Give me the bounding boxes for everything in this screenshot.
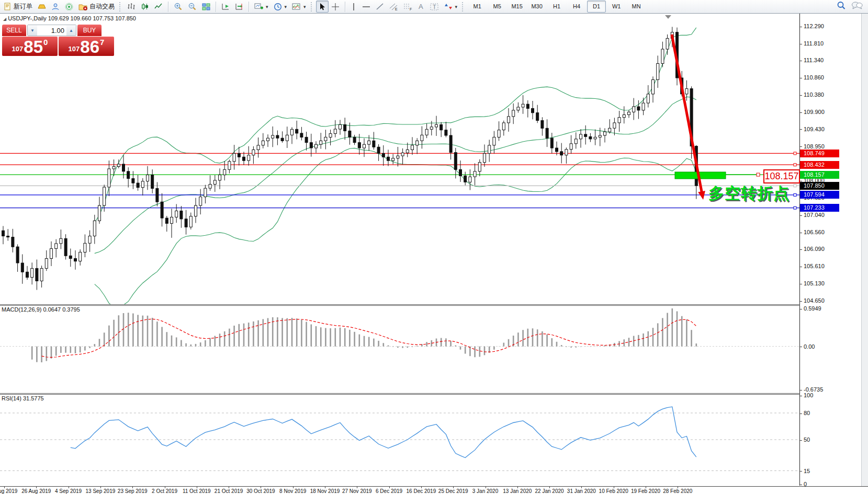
indicators-dropdown[interactable]: ▾ <box>303 4 306 9</box>
main-pane[interactable] <box>0 15 799 308</box>
hline-anchor[interactable] <box>794 152 796 155</box>
collapse-triangle-icon[interactable]: ◢ <box>3 17 6 21</box>
price-callout-108157[interactable]: 108.157 <box>763 169 800 183</box>
zoom-out-button[interactable] <box>185 1 199 13</box>
buy-price-button[interactable]: 107 86 7 <box>59 37 114 56</box>
bar-chart-button[interactable] <box>125 1 138 13</box>
new-order-button[interactable]: 新订单 <box>1 1 35 13</box>
chat-icon[interactable] <box>851 1 863 12</box>
trendline-tool[interactable] <box>373 1 387 13</box>
new-order-label: 新订单 <box>14 2 32 11</box>
chart-end-marker[interactable] <box>665 15 671 19</box>
indicators-button[interactable]: ▾ <box>289 1 309 13</box>
pane-separator-1b[interactable] <box>0 305 868 306</box>
trend-arrow[interactable] <box>672 35 702 194</box>
toolbar-drag-handle[interactable] <box>119 2 122 12</box>
callout-anchor[interactable] <box>757 173 760 176</box>
svg-text:E: E <box>395 7 398 11</box>
pane-separator-2b[interactable] <box>0 394 868 395</box>
bollinger-middle-band[interactable] <box>95 97 696 253</box>
search-icon[interactable] <box>837 1 846 12</box>
price-label-108.157: 108.157 <box>800 171 839 179</box>
timeframe-MN[interactable]: MN <box>627 1 646 13</box>
person-icon <box>51 3 60 10</box>
fibonacci-tool[interactable]: F <box>401 1 415 13</box>
cursor-tool-button[interactable] <box>316 1 329 13</box>
time-label: 13 Jan 2020 <box>503 488 532 494</box>
signals-button[interactable] <box>62 1 76 13</box>
equidistant-channel-icon: E <box>389 3 398 11</box>
hline-anchor[interactable] <box>794 206 796 209</box>
volume-value[interactable]: 1.00 <box>37 25 66 36</box>
equidistant-channel-tool[interactable]: E <box>387 1 401 13</box>
timeframe-M15[interactable]: M15 <box>508 1 526 13</box>
price-axis[interactable]: 112.290111.810111.340110.860110.380109.9… <box>800 14 861 486</box>
text-tool[interactable]: A <box>415 1 427 13</box>
buy-button[interactable]: BUY <box>77 25 102 36</box>
timeframe-H4[interactable]: H4 <box>567 1 586 13</box>
horizontal-line-icon <box>362 3 370 10</box>
macd-pane[interactable] <box>0 308 799 362</box>
text-label-tool[interactable]: T <box>427 1 442 13</box>
zoom-in-button[interactable] <box>171 1 185 13</box>
accounts-button[interactable] <box>49 1 62 13</box>
turning-point-annotation[interactable]: 多空转折点 <box>708 183 790 204</box>
price-tick: 109.430 <box>800 125 825 133</box>
bollinger-lower-band[interactable] <box>95 148 696 308</box>
time-axis[interactable]: 5 Aug 201926 Aug 20194 Sep 201913 Sep 20… <box>0 486 868 494</box>
svg-text:A: A <box>419 3 423 10</box>
timeframe-M5[interactable]: M5 <box>488 1 506 13</box>
price-tick: 106.090 <box>800 245 825 252</box>
autotrade-button[interactable]: 自动交易 <box>76 1 117 13</box>
crosshair-tool-button[interactable] <box>329 1 342 13</box>
price-tick: 105.610 <box>800 262 825 270</box>
price-chart-canvas[interactable] <box>0 14 799 486</box>
chart-shift-button[interactable] <box>232 1 246 13</box>
vertical-line-tool[interactable] <box>348 1 359 13</box>
signal-icon <box>65 3 73 10</box>
macd-tick: 0.5949 <box>800 305 821 312</box>
periods-dropdown[interactable]: ▾ <box>285 4 287 9</box>
auto-scroll-button[interactable] <box>219 1 232 13</box>
toolbar-group-trade: 新订单 自动交易 <box>0 0 118 13</box>
candlestick-chart-button[interactable] <box>138 1 152 13</box>
auto-scroll-icon <box>221 3 230 10</box>
timeframe-M30[interactable]: M30 <box>527 1 546 13</box>
buy-price-prefix: 107 <box>69 45 80 53</box>
volume-decrease-button[interactable]: ▼ <box>28 25 37 36</box>
timeframe-H1[interactable]: H1 <box>547 1 566 13</box>
hline-anchor[interactable] <box>794 193 796 196</box>
rsi-pane[interactable] <box>0 407 799 470</box>
arrows-dropdown[interactable]: ▾ <box>455 4 458 9</box>
arrows-tool[interactable]: ▾ <box>442 1 460 13</box>
pane-separator-2[interactable] <box>0 393 868 394</box>
deposit-button[interactable] <box>35 1 49 13</box>
sell-price-button[interactable]: 107 85 0 <box>2 37 58 56</box>
price-label-107.850: 107.850 <box>800 182 839 190</box>
price-tick: 109.900 <box>800 108 825 116</box>
volume-increase-button[interactable]: ▲ <box>66 25 76 36</box>
hline-anchor[interactable] <box>794 185 796 187</box>
new-chart-dropdown[interactable]: ▾ <box>266 4 268 9</box>
line-chart-button[interactable] <box>152 1 165 13</box>
pane-separator-1[interactable] <box>0 304 868 305</box>
timeframe-D1[interactable]: D1 <box>587 1 606 13</box>
toolbar: 新订单 自动交易 <box>0 0 868 14</box>
tile-windows-button[interactable] <box>199 1 213 13</box>
price-tick: 110.860 <box>800 74 824 81</box>
toolbar-drag-handle2[interactable] <box>311 2 314 12</box>
vertical-line-icon <box>351 3 357 11</box>
new-chart-button[interactable]: ▾ <box>252 1 271 13</box>
arrows-icon <box>444 3 453 10</box>
horizontal-line-tool[interactable] <box>359 1 373 13</box>
timeframe-M1[interactable]: M1 <box>468 1 487 13</box>
autotrade-label: 自动交易 <box>89 2 115 11</box>
time-label: 26 Aug 2019 <box>21 488 51 494</box>
periods-button[interactable]: ▾ <box>271 1 290 13</box>
hline-anchor[interactable] <box>794 164 796 166</box>
timeframe-W1[interactable]: W1 <box>607 1 626 13</box>
toolbar-drag-handle3[interactable] <box>462 2 465 12</box>
bollinger-upper-band[interactable] <box>95 28 696 223</box>
sell-button[interactable]: SELL <box>2 25 26 36</box>
right-scroll-strip[interactable] <box>861 14 868 494</box>
